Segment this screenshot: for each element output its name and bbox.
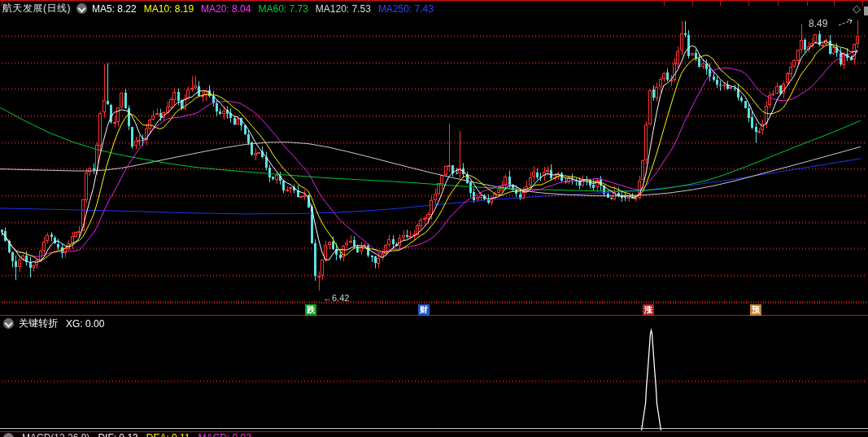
dea-label: DEA: 0.11	[146, 432, 190, 437]
sub-indicator-value: XG: 0.00	[66, 318, 104, 330]
ma250-label: MA250: 7.43	[378, 3, 434, 15]
toolbar-button-partial[interactable]	[864, 7, 868, 15]
macd-value-label: MACD: 0.03	[198, 432, 251, 437]
ma-legend: MA5: 8.22 MA10: 8.19 MA20: 8.04 MA60: 7.…	[92, 3, 434, 15]
macd-chevron-icon[interactable]	[3, 433, 14, 437]
arrow-left-icon: ←	[323, 293, 332, 303]
event-marker[interactable]: 跌	[305, 304, 316, 316]
high-price-value: 8.49	[809, 18, 827, 29]
ma120-label: MA120: 7.53	[316, 3, 371, 15]
high-price-label: 8.49	[809, 18, 827, 29]
sub-indicator-name: 关键转折	[19, 317, 58, 330]
dif-label: DIF: 0.13	[98, 432, 137, 437]
event-marker[interactable]: 预	[750, 304, 761, 316]
event-marker[interactable]: 财	[418, 304, 430, 316]
diamond-marker-icon[interactable]: ◇	[853, 2, 861, 15]
app-root: 航天发展(日线) MA5: 8.22 MA10: 8.19 MA20: 8.04…	[0, 0, 868, 437]
stock-title: 航天发展(日线)	[2, 2, 71, 15]
low-price-label: ←6.42	[323, 293, 349, 303]
macd-header: MACD(12,26,9) DIF: 0.13 DEA: 0.11 MACD: …	[2, 432, 251, 437]
event-marker[interactable]: 涨	[643, 304, 654, 316]
low-price-value: 6.42	[332, 293, 349, 303]
ma5-label: MA5: 8.22	[92, 3, 137, 15]
macd-label: MACD(12,26,9)	[22, 432, 89, 437]
collapse-chevron-icon[interactable]	[76, 3, 87, 14]
chevron-down-icon[interactable]	[3, 318, 14, 329]
sub-indicator-header: 关键转折 XG: 0.00	[2, 317, 104, 330]
ma60-label: MA60: 7.73	[258, 3, 308, 15]
ma10-label: MA10: 8.19	[144, 3, 194, 15]
chart-header: 航天发展(日线) MA5: 8.22 MA10: 8.19 MA20: 8.04…	[2, 2, 434, 15]
ma20-label: MA20: 8.04	[201, 3, 251, 15]
main-chart-canvas[interactable]	[0, 0, 868, 437]
